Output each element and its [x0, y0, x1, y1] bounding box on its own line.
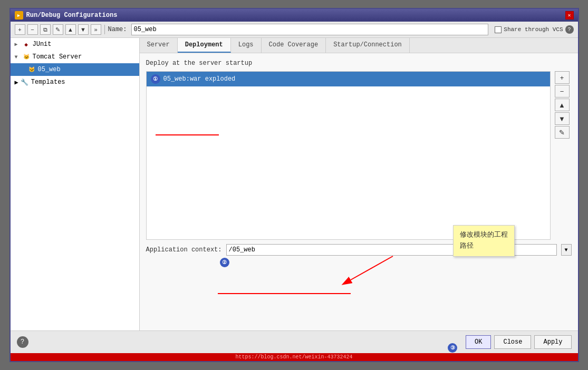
section-label: Deploy at the server startup [146, 60, 572, 67]
tab-server[interactable]: Server [140, 38, 178, 53]
help-icon[interactable]: ? [565, 25, 574, 34]
bottom-right: ③ OK Close Apply [462, 335, 571, 349]
sidebar-item-05web-label: 05_web [38, 66, 61, 73]
sidebar: ▶ ◆ JUnit ▼ 🐱 Tomcat Server 🐱 05_web ▶ 🔧… [11, 38, 140, 330]
tooltip-line2: 路径 [460, 241, 508, 252]
right-panel: Server Deployment Logs Code Coverage Sta… [140, 38, 578, 330]
dialog-title: Run/Debug Configurations [26, 12, 118, 19]
junit-expand-arrow: ▶ [15, 41, 20, 47]
tomcat-expand-arrow: ▼ [15, 54, 20, 60]
url-bar: https://blog.csdn.net/weixin-43732424 [11, 353, 578, 361]
svg-line-1 [351, 256, 393, 280]
vcs-checkbox[interactable] [495, 26, 502, 33]
sidebar-item-templates[interactable]: ▶ 🔧 Templates [11, 76, 139, 89]
title-bar-left: ▶ Run/Debug Configurations [15, 11, 118, 20]
more-button[interactable]: » [91, 24, 101, 35]
deploy-item-0[interactable]: ① 05_web:war exploded [147, 72, 550, 86]
bottom-left: ? [17, 336, 28, 348]
add-config-button[interactable]: + [15, 24, 25, 35]
title-bar: ▶ Run/Debug Configurations ✕ [11, 9, 578, 22]
badge-1: ① [151, 74, 160, 84]
down-button[interactable]: ▼ [78, 24, 89, 35]
badge-3: ③ [448, 343, 457, 353]
sidebar-item-junit-label: JUnit [33, 41, 52, 48]
sidebar-item-05web[interactable]: 🐱 05_web [11, 63, 139, 76]
list-side-buttons: + − ▲ ▼ ✎ [555, 71, 570, 139]
name-label: Name: [108, 26, 127, 33]
close-button[interactable]: Close [494, 335, 531, 349]
tab-deployment[interactable]: Deployment [178, 38, 231, 53]
context-dropdown-arrow[interactable]: ▼ [561, 244, 572, 256]
badge2-area: ② [220, 258, 229, 267]
badge-2: ② [220, 258, 229, 267]
ok-button[interactable]: OK [466, 335, 491, 349]
deploy-edit-button[interactable]: ✎ [555, 126, 570, 139]
vcs-label: Share through VCS [504, 26, 563, 33]
deploy-remove-button[interactable]: − [555, 85, 570, 98]
edit-config-button[interactable]: ✎ [53, 24, 63, 35]
vcs-container: Share through VCS [495, 26, 563, 33]
separator [104, 25, 105, 34]
up-button[interactable]: ▲ [65, 24, 76, 35]
remove-config-button[interactable]: − [27, 24, 38, 35]
deploy-add-button[interactable]: + [555, 71, 570, 84]
main-content: ▶ ◆ JUnit ▼ 🐱 Tomcat Server 🐱 05_web ▶ 🔧… [11, 38, 578, 330]
sidebar-item-templates-label: Templates [31, 79, 65, 86]
junit-icon: ◆ [22, 40, 31, 48]
tab-code-coverage[interactable]: Code Coverage [262, 38, 326, 53]
tab-logs[interactable]: Logs [231, 38, 262, 53]
bottom-help-icon[interactable]: ? [17, 336, 28, 348]
copy-config-button[interactable]: ⧉ [40, 24, 51, 35]
bottom-bar: ? ③ OK Close Apply [11, 330, 578, 353]
toolbar: + − ⧉ ✎ ▲ ▼ » Name: Share through VCS ? [11, 22, 578, 38]
deploy-list: ① 05_web:war exploded [146, 71, 551, 240]
tab-startup-connection[interactable]: Startup/Connection [326, 38, 410, 53]
tomcat-icon: 🐱 [22, 53, 31, 61]
deploy-item-label: 05_web:war exploded [163, 75, 236, 83]
wrench-icon: 🔧 [21, 78, 29, 86]
deployment-panel: Deploy at the server startup ① 05_web:wa… [140, 53, 578, 330]
sidebar-item-tomcat-label: Tomcat Server [33, 53, 82, 61]
sidebar-item-junit[interactable]: ▶ ◆ JUnit [11, 38, 139, 51]
run-debug-dialog: ▶ Run/Debug Configurations ✕ + − ⧉ ✎ ▲ ▼… [9, 8, 579, 362]
name-input[interactable] [131, 24, 489, 35]
tabs-bar: Server Deployment Logs Code Coverage Sta… [140, 38, 578, 53]
deploy-list-area: ① 05_web:war exploded + − ▲ ▼ ✎ [146, 71, 551, 240]
sidebar-item-tomcat[interactable]: ▼ 🐱 Tomcat Server [11, 51, 139, 63]
deploy-down-button[interactable]: ▼ [555, 112, 570, 125]
dialog-icon: ▶ [15, 11, 23, 20]
close-icon[interactable]: ✕ [565, 11, 574, 20]
deploy-up-button[interactable]: ▲ [555, 99, 570, 111]
apply-button[interactable]: Apply [534, 335, 571, 349]
annotation-tooltip: 修改模块的工程 路径 [453, 225, 515, 257]
app-context-label: Application context: [146, 246, 222, 254]
templates-expand-arrow: ▶ [15, 79, 18, 86]
name-field-container: Name: [108, 24, 489, 35]
05web-icon: 🐱 [27, 65, 36, 74]
tooltip-line1: 修改模块的工程 [460, 230, 508, 241]
